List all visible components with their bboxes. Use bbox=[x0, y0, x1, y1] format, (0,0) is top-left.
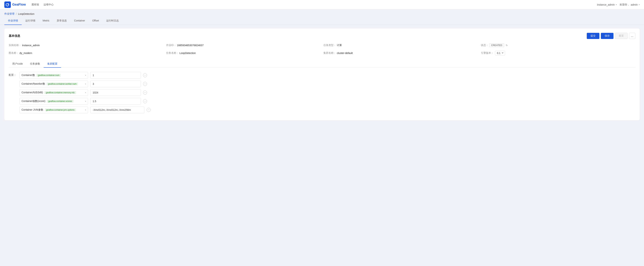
config-key-chevron-3: ▾ bbox=[85, 100, 86, 102]
sub-tab-task-params[interactable]: 任务参数 bbox=[26, 60, 44, 68]
config-key-chevron-2: ▾ bbox=[85, 91, 86, 94]
remove-vcores-button[interactable]: − bbox=[143, 99, 147, 103]
submit-button[interactable]: 提交 bbox=[587, 33, 600, 39]
config-key-vcores[interactable]: Container核数(vcore) geaflow.container.vco… bbox=[20, 98, 88, 104]
engine-version-field: 引擎版本： 0.1 0.2 1.0 bbox=[481, 51, 636, 55]
remove-memory-button[interactable]: − bbox=[143, 91, 147, 95]
config-key-tag-jvm: geaflow.container.jvm.options bbox=[45, 108, 76, 111]
config-value-memory[interactable] bbox=[90, 89, 141, 96]
logo-text: GeaFlow bbox=[12, 3, 26, 6]
config-row-memory: Container内存(MB) geaflow.container.memory… bbox=[20, 89, 635, 96]
task-name-field: 任务名称： LoopDetection bbox=[166, 51, 321, 55]
config-key-tag-vcores: geaflow.container.vcores bbox=[47, 100, 73, 103]
info-grid: 实例名称： instance_admin 作业ID： 1685934653076… bbox=[9, 43, 635, 55]
config-value-worker-num[interactable] bbox=[90, 81, 141, 87]
config-key-tag-container-num: geaflow.container.num bbox=[36, 74, 61, 77]
top-navigation: GeaFlow 图研发 运维中心 instance_admin ▾ 欢迎你， a… bbox=[0, 0, 644, 9]
remove-container-num-button[interactable]: − bbox=[143, 73, 147, 77]
task-type-label: 任务类型： bbox=[324, 44, 336, 47]
config-row-container-num: Container数 geaflow.container.num ▾ − bbox=[20, 72, 635, 78]
task-type-value: 计算 bbox=[337, 44, 342, 47]
nav-ops-center[interactable]: 运维中心 bbox=[44, 2, 54, 7]
config-key-tag-memory: geaflow.container.memory.mb bbox=[44, 91, 76, 94]
job-id-field: 作业ID： 1685934653076824637 bbox=[166, 43, 321, 47]
config-row-jvm: Container JVM参数 geaflow.container.jvm.op… bbox=[20, 107, 635, 113]
tab-metric[interactable]: Metric bbox=[39, 17, 53, 25]
tab-run-detail[interactable]: 运行详情 bbox=[22, 17, 39, 25]
save-button[interactable]: 保存 bbox=[601, 33, 614, 39]
refresh-icon[interactable]: ↻ bbox=[506, 44, 508, 47]
user-name: admin bbox=[631, 3, 638, 6]
sub-tab-user-code[interactable]: 用户code bbox=[9, 60, 26, 68]
remove-jvm-button[interactable]: − bbox=[147, 108, 150, 112]
config-value-jvm[interactable] bbox=[90, 107, 144, 113]
sub-tab-cluster-config[interactable]: 集群配置 bbox=[44, 60, 61, 68]
config-value-container-num[interactable] bbox=[90, 72, 141, 78]
instance-selector[interactable]: instance_admin ▾ bbox=[597, 3, 617, 6]
cluster-value: cluster-default bbox=[337, 52, 353, 54]
nav-right: instance_admin ▾ 欢迎你， admin ▾ bbox=[597, 3, 640, 6]
breadcrumb: 作业管理 / LoopDetection bbox=[0, 9, 644, 17]
basic-info-card: 基本信息 提交 保存 重置 ... 实例名称： instance_admin 作… bbox=[4, 28, 640, 120]
cluster-label: 集群名称： bbox=[324, 51, 336, 55]
tab-container[interactable]: Container bbox=[70, 17, 89, 25]
tab-exception[interactable]: 异常信息 bbox=[53, 17, 70, 25]
status-label: 状态： bbox=[481, 44, 488, 47]
task-type-field: 任务类型： 计算 bbox=[324, 43, 478, 47]
nav-graph-dev[interactable]: 图研发 bbox=[32, 2, 39, 7]
breadcrumb-separator: / bbox=[16, 12, 16, 15]
graph-label: 图名称： bbox=[9, 51, 19, 55]
logo[interactable]: GeaFlow bbox=[4, 1, 26, 8]
svg-rect-0 bbox=[4, 1, 11, 8]
config-row-vcores: Container核数(vcore) geaflow.container.vco… bbox=[20, 98, 635, 104]
config-key-text-jvm: Container JVM参数 bbox=[22, 108, 43, 112]
config-key-container-num[interactable]: Container数 geaflow.container.num ▾ bbox=[20, 72, 88, 78]
more-button[interactable]: ... bbox=[629, 33, 635, 39]
config-key-chevron-4: ▾ bbox=[85, 109, 86, 111]
config-row-worker-num: Container内worker数 geaflow.container.work… bbox=[20, 81, 635, 87]
graph-name-field: 图名称： dy_modern bbox=[9, 51, 163, 55]
logo-icon bbox=[4, 1, 11, 8]
reset-button: 重置 bbox=[615, 33, 628, 39]
breadcrumb-parent[interactable]: 作业管理 bbox=[4, 12, 14, 15]
user-chevron-icon: ▾ bbox=[639, 3, 640, 5]
config-section: 配置： Container数 geaflow.container.num ▾ − bbox=[9, 72, 635, 113]
svg-point-2 bbox=[6, 5, 7, 6]
breadcrumb-current: LoopDetection bbox=[18, 12, 34, 15]
config-label: 配置： bbox=[9, 72, 17, 77]
config-key-text-worker-num: Container内worker数 bbox=[22, 82, 45, 85]
graph-value: dy_modern bbox=[20, 52, 32, 54]
user-menu[interactable]: 欢迎你， admin ▾ bbox=[620, 3, 640, 6]
tab-job-detail[interactable]: 作业详情 bbox=[4, 17, 22, 25]
config-key-chevron-1: ▾ bbox=[85, 83, 86, 85]
task-name-label: 任务名称： bbox=[166, 51, 179, 55]
engine-version-select[interactable]: 0.1 0.2 1.0 bbox=[495, 51, 505, 55]
main-content: 基本信息 提交 保存 重置 ... 实例名称： instance_admin 作… bbox=[0, 25, 644, 124]
page-tabs: 作业详情 运行详情 Metric 异常信息 Container Offset 运… bbox=[0, 17, 644, 25]
card-title: 基本信息 bbox=[9, 34, 20, 38]
config-key-worker-num[interactable]: Container内worker数 geaflow.container.work… bbox=[20, 81, 88, 87]
config-key-memory[interactable]: Container内存(MB) geaflow.container.memory… bbox=[20, 89, 88, 96]
config-value-vcores[interactable] bbox=[90, 98, 141, 104]
job-id-label: 作业ID： bbox=[166, 44, 176, 47]
instance-name-field: 实例名称： instance_admin bbox=[9, 43, 163, 47]
instance-chevron-icon: ▾ bbox=[616, 3, 617, 5]
config-label-row: 配置： Container数 geaflow.container.num ▾ − bbox=[9, 72, 635, 113]
config-key-text-container-num: Container数 bbox=[22, 74, 35, 77]
remove-worker-num-button[interactable]: − bbox=[143, 82, 147, 86]
config-key-jvm[interactable]: Container JVM参数 geaflow.container.jvm.op… bbox=[20, 107, 88, 113]
svg-point-1 bbox=[8, 3, 9, 4]
card-actions: 提交 保存 重置 ... bbox=[587, 33, 635, 39]
engine-version-label: 引擎版本： bbox=[481, 51, 494, 55]
nav-left: GeaFlow 图研发 运维中心 bbox=[4, 1, 54, 8]
tab-run-log[interactable]: 运行时日志 bbox=[102, 17, 122, 25]
tab-offset[interactable]: Offset bbox=[89, 17, 102, 25]
task-name-value: LoopDetection bbox=[180, 52, 196, 54]
status-badge: CREATED bbox=[489, 43, 504, 47]
nav-menu: 图研发 运维中心 bbox=[32, 2, 54, 7]
config-rows: Container数 geaflow.container.num ▾ − Con… bbox=[20, 72, 635, 113]
config-key-tag-worker-num: geaflow.container.worker.num bbox=[46, 82, 78, 85]
config-key-text-vcores: Container核数(vcore) bbox=[22, 100, 45, 103]
config-key-chevron-0: ▾ bbox=[85, 74, 86, 76]
job-id-value: 1685934653076824637 bbox=[177, 44, 204, 47]
